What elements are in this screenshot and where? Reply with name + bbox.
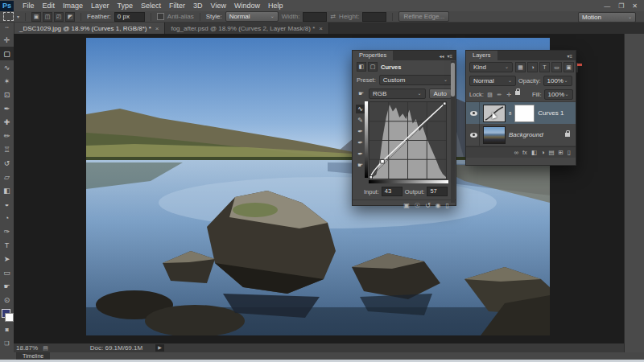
refine-edge-button[interactable]: Refine Edge...: [398, 11, 449, 22]
collapse-panel-icon[interactable]: ◂◂: [439, 53, 444, 59]
black-point-eyedropper-icon[interactable]: ✒: [356, 127, 365, 136]
lock-all-icon[interactable]: [515, 91, 520, 95]
minimize-button[interactable]: —: [604, 2, 610, 10]
add-layer-mask-icon[interactable]: ◧: [531, 149, 537, 156]
fill-dropdown[interactable]: 100%⌄: [544, 89, 573, 100]
layer-row[interactable]: 8Curves 1: [466, 102, 576, 124]
menu-3d[interactable]: 3D: [189, 2, 207, 10]
menu-window[interactable]: Window: [230, 2, 264, 10]
close-tab-icon[interactable]: ×: [155, 25, 159, 32]
tab-timeline[interactable]: Timeline: [16, 352, 50, 360]
anti-alias-checkbox[interactable]: [157, 13, 164, 20]
delete-adjustment-icon[interactable]: ▯: [446, 202, 449, 209]
height-input[interactable]: [362, 12, 386, 22]
visibility-cell[interactable]: [469, 124, 480, 146]
draw-curve-pencil-icon[interactable]: ✎: [356, 116, 365, 125]
edit-points-icon[interactable]: ∿: [356, 105, 365, 113]
new-adjustment-layer-icon[interactable]: ◑: [541, 149, 545, 156]
menu-help[interactable]: Help: [264, 2, 287, 10]
link-layers-icon[interactable]: ∞: [514, 149, 518, 156]
zoom-tool[interactable]: ⊙: [0, 293, 14, 306]
move-tool[interactable]: ✛: [0, 33, 14, 47]
curves-graph[interactable]: [369, 101, 447, 179]
spot-healing-brush-tool[interactable]: ✚: [0, 115, 14, 129]
layer-filter-toggle[interactable]: [576, 63, 578, 72]
new-group-icon[interactable]: ▤: [548, 149, 554, 156]
filter-kind-dropdown[interactable]: Kind⌄: [469, 62, 513, 72]
menu-view[interactable]: View: [207, 2, 230, 10]
blur-tool[interactable]: ◒: [0, 197, 14, 211]
clip-to-layer-icon[interactable]: ▣: [403, 202, 410, 209]
add-to-selection-icon[interactable]: ◫: [43, 12, 52, 22]
gray-point-eyedropper-icon[interactable]: ✒: [356, 138, 365, 147]
eye-icon[interactable]: [470, 111, 477, 116]
layer-mask-thumbnail[interactable]: [514, 105, 535, 122]
quick-selection-tool[interactable]: ✶: [0, 74, 14, 88]
panel-menu-icon[interactable]: ▾≡: [447, 53, 452, 59]
opacity-dropdown[interactable]: 100%⌄: [543, 76, 572, 86]
subtract-from-selection-icon[interactable]: ◰: [54, 12, 64, 22]
reset-adjustment-icon[interactable]: ↺: [425, 202, 431, 209]
eyedropper-tool[interactable]: ✒: [0, 101, 14, 115]
toggle-visibility-icon[interactable]: ◉: [436, 202, 441, 209]
layer-row[interactable]: Background: [466, 124, 576, 146]
dodge-tool[interactable]: ◔: [0, 211, 14, 224]
tab-properties[interactable]: Properties: [353, 51, 393, 60]
input-value-field[interactable]: 43: [382, 187, 402, 196]
status-options-arrow[interactable]: ▶: [155, 344, 164, 352]
previous-state-eye-icon[interactable]: ☉: [415, 202, 420, 209]
hand-tool[interactable]: ☛: [0, 279, 14, 293]
gradient-tool[interactable]: ◧: [0, 183, 14, 197]
tool-preset-chevron-icon[interactable]: ▾: [17, 14, 19, 19]
new-selection-icon[interactable]: ▣: [31, 12, 41, 22]
menu-image[interactable]: Image: [59, 2, 87, 10]
eraser-tool[interactable]: ▱: [0, 170, 14, 183]
panel-menu-icon[interactable]: ▾≡: [567, 53, 572, 59]
layer-style-icon[interactable]: fx: [522, 149, 527, 156]
zoom-level[interactable]: 18.87%: [16, 344, 38, 352]
menu-select[interactable]: Select: [137, 2, 165, 10]
brush-tool[interactable]: ✏: [0, 129, 14, 142]
filter-shape-layers-icon[interactable]: ▭: [551, 62, 562, 72]
restore-button[interactable]: ❐: [618, 2, 624, 10]
output-value-field[interactable]: 57: [427, 187, 448, 196]
channel-dropdown[interactable]: RGB⌄: [369, 88, 426, 99]
history-brush-tool[interactable]: ↺: [0, 156, 14, 170]
eye-icon[interactable]: [470, 133, 477, 138]
preset-dropdown[interactable]: Custom⌄: [379, 75, 452, 85]
menu-filter[interactable]: Filter: [165, 2, 189, 10]
delete-layer-icon[interactable]: ▯: [568, 149, 571, 156]
current-tool-icon[interactable]: [3, 12, 14, 21]
lock-position-icon[interactable]: ✛: [506, 91, 513, 98]
intersect-selection-icon[interactable]: ◩: [65, 12, 75, 22]
layer-thumbnail[interactable]: [483, 126, 506, 144]
close-tab-icon[interactable]: ×: [319, 25, 323, 32]
menu-edit[interactable]: Edit: [39, 2, 60, 10]
collapsed-panel-dock[interactable]: [624, 34, 644, 360]
curves-thumbnail[interactable]: [483, 105, 506, 122]
auto-button[interactable]: Auto: [429, 88, 452, 99]
filter-smart-objects-icon[interactable]: ▣: [564, 62, 574, 72]
targeted-adjustment-icon[interactable]: ☛: [357, 89, 365, 98]
swap-dimensions-icon[interactable]: ⇄: [330, 13, 336, 20]
style-dropdown[interactable]: Normal⌄: [225, 11, 279, 22]
menu-layer[interactable]: Layer: [87, 2, 114, 10]
filter-pixel-layers-icon[interactable]: ▦: [515, 62, 526, 72]
path-selection-tool[interactable]: ➤: [0, 252, 14, 265]
properties-scrollbar[interactable]: [451, 61, 455, 203]
blend-mode-dropdown[interactable]: Normal⌄: [469, 76, 516, 86]
width-input[interactable]: [303, 12, 327, 22]
close-button[interactable]: ✕: [632, 2, 638, 10]
scrollbar-thumb[interactable]: [451, 63, 455, 97]
quick-mask-button[interactable]: ◙: [0, 323, 14, 336]
filter-adjustment-layers-icon[interactable]: ◑: [527, 62, 538, 72]
document-tab[interactable]: _DSC1029.jpg @ 18.9% (Curves 1, RGB/8*) …: [14, 23, 165, 34]
rectangular-marquee-tool[interactable]: ▢: [0, 47, 14, 60]
menu-type[interactable]: Type: [114, 2, 138, 10]
rectangle-tool[interactable]: ▭: [0, 265, 14, 279]
crop-tool[interactable]: ⊡: [0, 88, 14, 101]
smooth-curve-icon[interactable]: ☛: [356, 161, 365, 170]
filter-type-layers-icon[interactable]: T: [539, 62, 550, 72]
background-color-swatch[interactable]: [5, 313, 14, 322]
lock-transparent-pixels-icon[interactable]: ▨: [486, 91, 493, 98]
